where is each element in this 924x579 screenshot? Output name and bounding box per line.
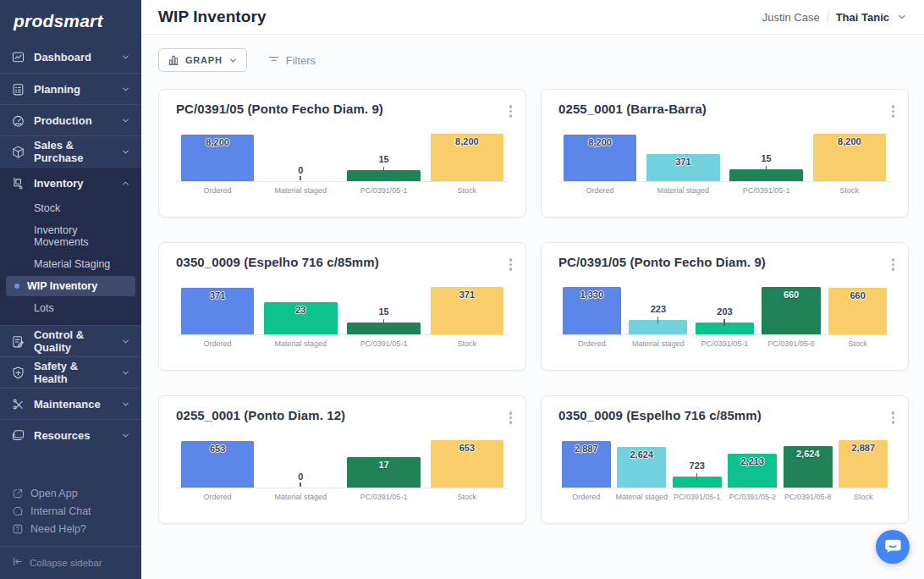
bar-value-label: 0 [259,471,342,482]
sidebar-subitem-stock[interactable]: Stock [0,198,141,218]
chart-card: 0255_0001 (Ponto Diam. 12)653017653Order… [158,395,526,524]
bar-value-label: 371 [646,157,719,167]
chart-card-title: 0255_0001 (Barra-Barra) [558,102,891,116]
filter-icon [267,52,280,68]
bar-group: 723 [669,433,725,488]
user-name: Thai Tanic [836,11,889,24]
sidebar-item-resources[interactable]: Resources [0,419,141,450]
open-app-link[interactable]: Open App [0,484,141,502]
x-axis-label: Ordered [558,339,625,348]
bar-value-label: 8,200 [564,137,636,147]
filters-button[interactable]: Filters [267,52,316,68]
x-axis-label: PC/0391/05-2 [725,493,781,501]
bar-value-label: 8,200 [431,136,503,146]
bar-value-label: 653 [181,444,254,454]
chat-fab-button[interactable] [876,530,910,564]
bar-value-label: 2,887 [562,444,611,454]
footer-link-label: Need Help? [30,523,86,535]
card-menu-kebab-icon[interactable] [889,101,898,122]
x-axis-label: Ordered [176,493,259,501]
x-axis-label: Ordered [558,493,614,501]
bar-pc-0391-05-1: 17 [347,457,420,488]
bar-value-label: 660 [828,290,887,301]
bar-group: 1,330 [558,279,625,334]
chevron-down-icon [121,337,130,346]
chart-card: PC/0391/05 (Ponto Fecho Diam. 9)1,330223… [541,242,909,371]
chat-icon [12,505,24,517]
x-axis-label: PC/0391/05-1 [343,493,426,501]
sidebar-item-inventory[interactable]: Inventory [0,167,141,198]
bar-value-label: 2,213 [728,456,777,466]
bar-group: 2,213 [725,433,781,488]
card-menu-kebab-icon[interactable] [507,254,515,275]
sidebar-item-dashboard[interactable]: Dashboard [0,41,141,73]
sidebar-subitem-lots[interactable]: Lots [0,298,141,318]
x-axis-label: PC/0391/05-1 [669,493,725,501]
bar-value-label: 223 [625,304,692,314]
card-menu-kebab-icon[interactable] [889,254,898,275]
card-menu-kebab-icon[interactable] [507,101,515,122]
bar-group: 2,624 [614,433,670,488]
x-axis-label: Stock [426,339,509,348]
x-axis-label: Ordered [176,339,259,348]
chevron-down-icon [121,431,130,440]
bar-value-label: 2,624 [617,449,666,460]
footer-link-label: Open App [30,488,78,499]
sidebar-item-safety-health[interactable]: Safety & Health [0,356,141,388]
bar-group: 8,200 [176,126,259,181]
x-axis-labels: OrderedMaterial stagedPC/0391/05-1Stock [176,186,509,195]
need-help--link[interactable]: Need Help? [0,520,141,538]
app-logo: prodsmart [0,0,141,41]
collapse-sidebar-icon [12,556,23,569]
chevron-up-icon [121,179,130,188]
view-selector-graph-button[interactable]: GRAPH [158,48,247,72]
sidebar-item-maintenance[interactable]: Maintenance [0,388,141,419]
bar-value-label: 371 [431,290,503,300]
sidebar-item-planning[interactable]: Planning [0,73,141,104]
chevron-down-icon [121,52,130,62]
bar-group: 15 [343,126,426,181]
bar-value-label: 8,200 [813,136,886,146]
bar-value-label: 15 [725,153,808,163]
card-menu-kebab-icon[interactable] [889,407,898,428]
internal-chat-link[interactable]: Internal Chat [0,502,141,520]
bar-group: 8,200 [426,126,509,181]
bar-value-label: 723 [669,460,725,471]
x-axis-labels: OrderedMaterial stagedPC/0391/05-1Stock [558,186,891,195]
bar-chart-plot: 8,2000158,200 [176,126,509,182]
main-content: GRAPH Filters PC/0391/05 (Ponto Fecho Di… [141,35,924,579]
sidebar-subitem-inventory-movements[interactable]: Inventory Movements [0,220,141,252]
collapse-sidebar-button[interactable]: Collapse sidebar [0,546,141,572]
bar-value-label: 660 [762,290,820,300]
sidebar-subitem-label: WIP Inventory [27,280,97,292]
bar-label-tick [383,319,385,326]
x-axis-label: PC/0391/05-1 [725,186,808,195]
x-axis-label: Stock [426,493,509,501]
planning-icon [11,82,25,96]
bar-group: 660 [758,279,825,334]
sidebar-item-production[interactable]: Production [0,104,141,135]
sidebar-item-sales-purchase[interactable]: Sales & Purchase [0,135,141,167]
sidebar-subitem-material-staging[interactable]: Material Staging [0,254,141,274]
bar-label-tick [723,319,725,326]
chevron-down-icon [121,116,130,125]
chevron-down-icon [228,56,238,65]
sidebar-item-control-quality[interactable]: Control & Quality [0,325,141,356]
user-menu[interactable]: Justin Case Thai Tanic [762,11,907,24]
chart-card-title: PC/0391/05 (Ponto Fecho Diam. 9) [176,102,509,116]
x-axis-label: Stock [426,186,509,195]
bar-stock: 2,887 [839,440,888,488]
bar-stock: 371 [431,287,503,334]
bar-value-label: 23 [264,305,337,315]
sidebar-item-label: Maintenance [34,398,101,411]
sidebar-subitem-wip-inventory[interactable]: WIP Inventory [6,276,135,296]
sidebar-footer: Open AppInternal ChatNeed Help? Collapse… [0,479,141,579]
bar-group: 8,200 [808,126,891,181]
chart-card: 0350_0009 (Espelho 716 c/85mm)2,8872,624… [541,395,909,524]
bar-stock: 653 [431,440,503,488]
sidebar-item-label: Inventory [34,177,84,190]
x-axis-labels: OrderedMaterial stagedPC/0391/05-1PC/039… [558,493,891,501]
card-menu-kebab-icon[interactable] [507,407,515,428]
footer-link-label: Internal Chat [30,505,91,517]
sidebar-item-label: Resources [34,429,90,442]
